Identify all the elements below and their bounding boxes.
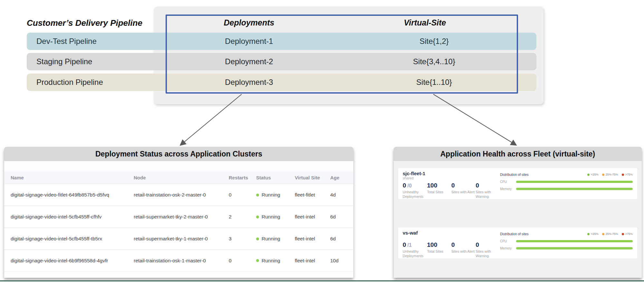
pod-name-cell: digital-signage-video-intel-6b9f96558d-4… xyxy=(11,258,134,264)
stat-value: 0 xyxy=(451,241,476,248)
status-cell: Running xyxy=(256,236,295,242)
status-text: Running xyxy=(262,236,280,242)
column-header-virtual-site: Virtual Site xyxy=(295,175,330,180)
legend-label: <25% xyxy=(591,173,598,176)
status-dot-icon xyxy=(256,237,259,240)
legend-label: >75% xyxy=(625,173,633,176)
legend-item: >75% xyxy=(622,173,633,176)
bar-label: Memory xyxy=(500,187,513,191)
column-header-name: Name xyxy=(11,175,134,180)
pipeline-row: Staging Pipeline Deployment-2 Site{3,4..… xyxy=(27,53,536,70)
table-row: digital-signage-video-intel-5cfb455ff-cf… xyxy=(4,206,353,227)
node-cell: retail-trainstation-osk-2-master-0 xyxy=(134,192,229,198)
fleet-subtitle xyxy=(403,236,500,240)
distribution-title: Distribution of sites xyxy=(500,232,529,236)
stat-sites-alert: 0 Sites with Alert xyxy=(451,182,476,199)
stat-label: Total Sites xyxy=(427,249,451,254)
legend-dot-icon xyxy=(602,174,604,176)
stat-label: Sites with Alert xyxy=(451,190,475,195)
pipeline-name: Dev-Test Pipeline xyxy=(27,37,166,46)
age-cell: 4d xyxy=(330,192,353,198)
virtual-site-cell: fleet-intel xyxy=(295,258,330,264)
stat-value: 100 xyxy=(427,182,452,189)
memory-bar: Memory xyxy=(500,187,633,191)
fleet-subtitle: shared xyxy=(403,176,500,181)
pod-name-cell: digital-signage-video-fitlet-649fb857b5-… xyxy=(11,192,134,198)
legend-label: <25% xyxy=(591,232,598,236)
deployment-cell: Deployment-3 xyxy=(166,78,332,87)
stat-unhealthy: 0/1 Unhealthy Deployments xyxy=(403,241,427,258)
legend-item: <25% xyxy=(587,173,598,176)
stat-suffix: /1 xyxy=(408,242,412,248)
distribution-title: Distribution of sites xyxy=(500,173,529,176)
virtual-site-column-header: Virtual-Site xyxy=(332,18,518,27)
stat-value: 0 xyxy=(476,182,500,189)
status-cell: Running xyxy=(256,214,295,220)
status-cell: Running xyxy=(256,258,295,264)
age-cell: 10d xyxy=(330,258,353,264)
memory-bar: Memory xyxy=(500,247,633,250)
stat-label: Sites with Alert xyxy=(451,249,475,254)
bar-label: Memory xyxy=(500,247,513,250)
legend-dot-icon xyxy=(587,233,590,235)
pod-name-cell: digital-signage-video-intel-5cfb455ff-tb… xyxy=(11,236,134,242)
fleet-name: sjc-fleet-1 xyxy=(403,171,500,176)
stat-value: 0 xyxy=(403,182,406,189)
legend-item: 25%-75% xyxy=(602,232,618,236)
legend-label: >75% xyxy=(625,232,633,236)
stat-value: 0 xyxy=(476,241,500,248)
status-dot-icon xyxy=(256,216,259,218)
legend-dot-icon xyxy=(602,233,604,235)
fleet-card: sjc-fleet-1 shared 0/0 Unhealthy Deploym… xyxy=(398,168,637,199)
panel-title: Application Health across Fleet (virtual… xyxy=(394,147,642,161)
status-dot-icon xyxy=(256,259,259,262)
node-cell: retail-supermarket-tky-1-master-0 xyxy=(134,236,229,242)
deployment-cell: Deployment-1 xyxy=(166,37,332,46)
stat-total-sites: 100 Total Sites xyxy=(427,241,452,258)
legend-item: >75% xyxy=(622,232,633,236)
stat-value: 0 xyxy=(451,182,476,189)
status-dot-icon xyxy=(256,194,259,196)
node-cell: retail-supermarket-tky-2-master-0 xyxy=(134,214,229,220)
deployment-status-panel: Deployment Status across Application Clu… xyxy=(4,147,353,278)
virtual-site-cell: fleet-intel xyxy=(295,236,330,242)
panel-title: Deployment Status across Application Clu… xyxy=(4,147,353,161)
stat-value: 0 xyxy=(403,241,406,248)
table-column-header-row: Name Node Restarts Status Virtual Site A… xyxy=(4,171,353,184)
virtual-site-cell: Site{1..10} xyxy=(332,78,536,87)
pipeline-name: Production Pipeline xyxy=(27,78,166,87)
bar-label: CPU xyxy=(500,239,513,243)
legend-dot-icon xyxy=(622,174,624,176)
legend-label: 25%-75% xyxy=(606,232,618,236)
stat-sites-warning: 0 Sites with Warning xyxy=(476,182,500,199)
pipeline-row: Dev-Test Pipeline Deployment-1 Site{1,2} xyxy=(27,33,536,50)
cpu-bar: CPU xyxy=(500,239,633,243)
age-cell: 6d xyxy=(330,214,353,220)
legend-item: 25%-75% xyxy=(602,173,618,176)
stat-label: Unhealthy Deployments xyxy=(403,190,427,199)
stat-suffix: /0 xyxy=(408,183,412,188)
slide-canvas: Customer’s Delivery Pipeline Deployments… xyxy=(0,0,644,282)
stat-sites-warning: 0 Sites with Warning xyxy=(476,241,500,258)
fleet-card: vs-waf 0/1 Unhealthy Deployments 100 Tot… xyxy=(398,227,637,258)
status-text: Running xyxy=(262,214,280,220)
deployments-column-header: Deployments xyxy=(166,18,332,27)
stat-unhealthy: 0/0 Unhealthy Deployments xyxy=(403,182,427,199)
age-cell: 6d xyxy=(330,236,353,242)
virtual-site-cell: fleet-fitlet xyxy=(295,192,330,198)
virtual-site-cell: Site{1,2} xyxy=(332,37,536,46)
legend-item: <25% xyxy=(587,232,598,236)
status-text: Running xyxy=(262,258,280,264)
stat-total-sites: 100 Total Sites xyxy=(427,182,452,199)
bar-fill xyxy=(516,188,633,190)
legend-dot-icon xyxy=(622,233,624,235)
cpu-bar: CPU xyxy=(500,180,633,184)
pipeline-row: Production Pipeline Deployment-3 Site{1.… xyxy=(27,74,536,91)
legend-label: 25%-75% xyxy=(606,173,618,176)
restarts-cell: 0 xyxy=(229,192,256,198)
distribution-legend: <25% 25%-75% >75% xyxy=(587,173,633,176)
pipeline-table-header: Customer’s Delivery Pipeline xyxy=(27,18,162,28)
fleet-name: vs-waf xyxy=(403,230,500,236)
virtual-site-cell: Site{3,4..10} xyxy=(332,57,536,66)
table-row: digital-signage-video-intel-5cfb455ff-tb… xyxy=(4,227,353,249)
